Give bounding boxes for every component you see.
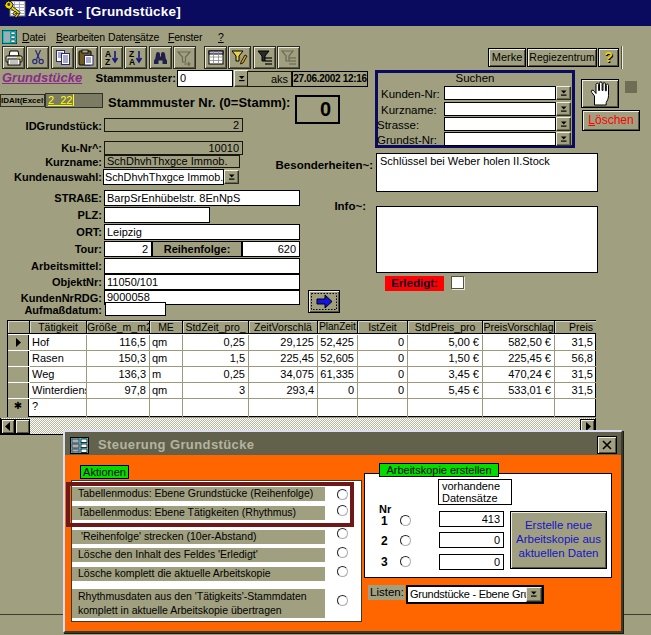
- svg-text:A: A: [129, 57, 135, 66]
- svg-text:Z: Z: [105, 57, 110, 66]
